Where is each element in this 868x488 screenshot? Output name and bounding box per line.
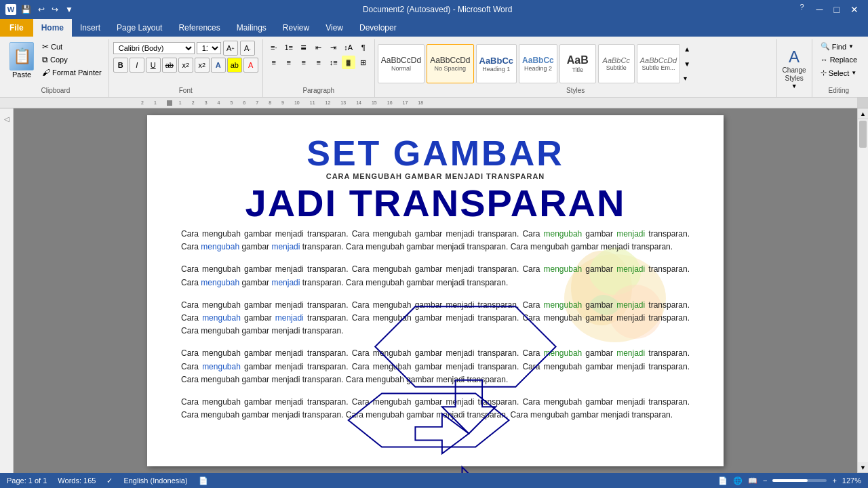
save-quick-btn[interactable]: 💾	[19, 3, 33, 16]
view-mode-web[interactable]: 🌐	[733, 476, 743, 485]
blue-word-5: mengubah	[202, 313, 241, 323]
word-count: Words: 165	[58, 476, 96, 485]
scroll-down-btn[interactable]: ▼	[858, 462, 868, 473]
change-styles-group[interactable]: A ChangeStyles ▼	[777, 39, 812, 97]
redo-quick-btn[interactable]: ↪	[50, 3, 60, 16]
ruler-mark-16: 14	[356, 100, 361, 105]
left-panel: ◁	[0, 108, 14, 473]
tab-references[interactable]: References	[170, 19, 228, 37]
shading-btn[interactable]: ▓	[342, 56, 355, 69]
right-scrollbar[interactable]: ▲ ▼	[857, 108, 868, 473]
align-center-btn[interactable]: ≡	[282, 56, 296, 69]
style-subtle-em[interactable]: AaBbCcDd Subtle Em...	[637, 44, 680, 83]
font-row1: Calibri (Body) 11 A+ A-	[113, 41, 258, 56]
bullets-btn[interactable]: ≡·	[267, 41, 281, 54]
text-effects-btn[interactable]: A	[211, 58, 226, 73]
close-btn[interactable]: ✕	[846, 3, 863, 16]
subscript-btn[interactable]: x2	[178, 58, 193, 73]
find-button[interactable]: 🔍 Find ▼	[816, 41, 861, 52]
tab-review[interactable]: Review	[275, 19, 317, 37]
tab-mailings[interactable]: Mailings	[229, 19, 275, 37]
scroll-track[interactable]	[858, 119, 868, 462]
styles-more-btn[interactable]: ▾	[682, 73, 692, 83]
superscript-btn[interactable]: x2	[195, 58, 210, 73]
paragraph-group: ≡· 1≡ ≣ ⇤ ⇥ ↕A ¶ ≡ ≡ ≡ ≡ ↕≡ ▓ ⊞ Paragrap…	[263, 39, 375, 97]
highlight-word-1: mengubah	[544, 229, 583, 239]
font-color-btn[interactable]: A	[243, 58, 258, 73]
ruler-mark-13: 11	[310, 100, 315, 105]
spell-check-icon[interactable]: ✓	[106, 476, 113, 485]
customize-quick-btn[interactable]: ▼	[63, 3, 75, 16]
bold-button[interactable]: B	[113, 58, 128, 73]
tab-home[interactable]: Home	[33, 19, 72, 37]
styles-down-btn[interactable]: ▼	[682, 59, 692, 69]
italic-button[interactable]: I	[130, 58, 144, 73]
zoom-level[interactable]: 127%	[842, 476, 861, 485]
help-icon[interactable]: ?	[800, 3, 804, 16]
left-panel-icon[interactable]: ◁	[4, 115, 9, 123]
tab-file[interactable]: File	[0, 19, 33, 37]
replace-button[interactable]: ↔ Replace	[816, 54, 861, 65]
page-container[interactable]: SET GAMBAR CARA MENGUBAH GAMBAR MENJADI …	[14, 108, 857, 473]
ruler-mark-10: 8	[269, 100, 271, 105]
scroll-thumb[interactable]	[859, 121, 867, 148]
tab-insert[interactable]: Insert	[72, 19, 108, 37]
ruler-mark-17: 15	[372, 100, 377, 105]
blue-word-3: mengubah	[201, 278, 239, 287]
format-painter-icon: 🖌	[42, 68, 50, 77]
font-family-select[interactable]: Calibri (Body)	[113, 42, 195, 54]
align-left-btn[interactable]: ≡	[267, 56, 281, 69]
view-mode-read[interactable]: 📖	[748, 476, 757, 485]
format-painter-button[interactable]: 🖌 Format Painter	[39, 66, 104, 79]
highlight-btn[interactable]: ab	[227, 58, 242, 73]
style-title[interactable]: AaB Title	[559, 44, 596, 83]
style-heading1[interactable]: AaBbCc Heading 1	[476, 44, 517, 83]
language-status[interactable]: English (Indonesia)	[123, 476, 187, 485]
word-icon: W	[5, 4, 16, 15]
tab-page-layout[interactable]: Page Layout	[108, 19, 170, 37]
multilevel-btn[interactable]: ≣	[297, 41, 311, 54]
select-button[interactable]: ⊹ Select ▼	[816, 67, 861, 79]
ruler-mark-8: 6	[243, 100, 245, 105]
underline-button[interactable]: U	[146, 58, 161, 73]
paste-button[interactable]: 📋 Paste	[7, 41, 37, 80]
increase-indent-btn[interactable]: ⇥	[327, 41, 340, 54]
ruler-right-end	[857, 98, 868, 108]
cut-button[interactable]: ✂ Cut	[39, 41, 104, 53]
blue-word-4: menjadi	[271, 278, 300, 287]
style-subtitle[interactable]: AaBbCc Subtitle	[598, 44, 635, 83]
strikethrough-btn[interactable]: ab	[162, 58, 177, 73]
minimize-btn[interactable]: ─	[812, 3, 827, 16]
zoom-minus-btn[interactable]: −	[763, 476, 767, 485]
zoom-plus-btn[interactable]: +	[832, 476, 836, 485]
zoom-bar[interactable]	[772, 479, 827, 482]
decrease-indent-btn[interactable]: ⇤	[312, 41, 326, 54]
justify-btn[interactable]: ≡	[312, 56, 326, 69]
tab-view[interactable]: View	[317, 19, 351, 37]
style-normal[interactable]: AaBbCcDd Normal	[378, 44, 425, 83]
cut-icon: ✂	[42, 42, 49, 52]
styles-up-btn[interactable]: ▲	[682, 44, 692, 54]
style-heading2[interactable]: AaBbCc Heading 2	[519, 44, 557, 83]
tab-developer[interactable]: Developer	[351, 19, 405, 37]
highlight-word-4: menjadi	[616, 264, 645, 274]
scroll-up-btn[interactable]: ▲	[858, 108, 868, 119]
sort-btn[interactable]: ↕A	[342, 41, 355, 54]
styles-content: AaBbCcDd Normal AaBbCcDd No Spacing AaBb…	[378, 41, 774, 87]
view-mode-normal[interactable]: 📄	[718, 476, 728, 485]
font-size-select[interactable]: 11	[197, 42, 221, 54]
undo-quick-btn[interactable]: ↩	[36, 3, 47, 16]
maximize-btn[interactable]: □	[830, 3, 844, 16]
grow-font-btn[interactable]: A+	[223, 41, 238, 56]
paragraph-label: Paragraph	[267, 87, 370, 96]
numbering-btn[interactable]: 1≡	[282, 41, 296, 54]
replace-icon: ↔	[821, 56, 828, 64]
copy-button[interactable]: ⧉ Copy	[39, 54, 104, 66]
border-btn[interactable]: ⊞	[357, 56, 370, 69]
align-right-btn[interactable]: ≡	[297, 56, 311, 69]
ruler-mark-4: 2	[192, 100, 195, 105]
line-spacing-btn[interactable]: ↕≡	[327, 56, 340, 69]
show-hide-btn[interactable]: ¶	[357, 41, 370, 54]
style-no-spacing[interactable]: AaBbCcDd No Spacing	[427, 44, 473, 83]
shrink-font-btn[interactable]: A-	[240, 41, 255, 56]
